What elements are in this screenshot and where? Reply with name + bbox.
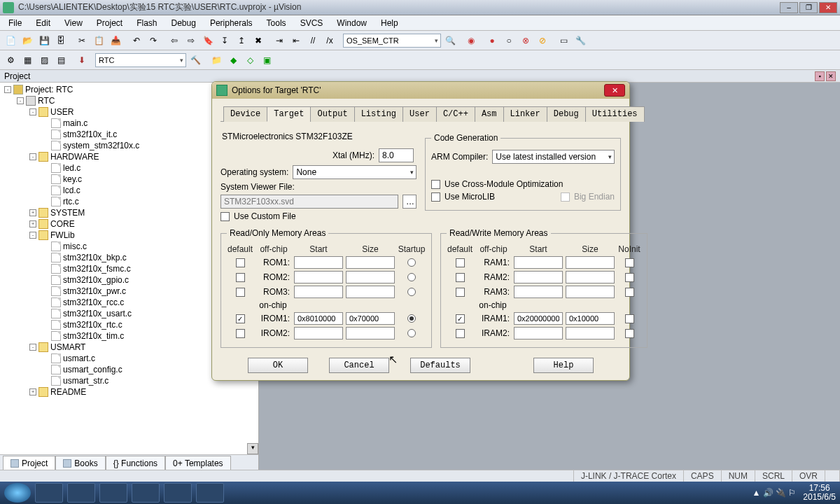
task-app1-icon[interactable]	[67, 483, 95, 503]
irom1-default-checkbox[interactable]: ✓	[236, 314, 245, 323]
target-options-icon[interactable]: 🔨	[188, 52, 203, 68]
rom1-default-checkbox[interactable]	[236, 258, 245, 267]
ram3-size-input[interactable]	[566, 286, 615, 298]
menu-file[interactable]: File	[3, 17, 27, 29]
system-tray[interactable]: ▲ 🔊 🔌 ⚐ 17:562015/6/5	[752, 484, 836, 502]
paste-icon[interactable]: 📥	[108, 33, 123, 48]
tab-debug[interactable]: Debug	[547, 106, 586, 122]
menu-flash[interactable]: Flash	[131, 17, 162, 29]
menu-peripherals[interactable]: Peripherals	[204, 17, 258, 29]
iram2-noinit-checkbox[interactable]	[625, 329, 634, 338]
task-explorer-icon[interactable]	[35, 483, 63, 503]
translate-icon[interactable]: ⚙	[3, 52, 18, 68]
tab-asm[interactable]: Asm	[475, 106, 504, 122]
menu-svcs[interactable]: SVCS	[295, 17, 329, 29]
scroll-down-icon[interactable]: ▾	[247, 443, 258, 454]
tab-templates[interactable]: 0+ Templates	[165, 456, 231, 470]
task-foxit-icon[interactable]	[132, 483, 160, 503]
cut-icon[interactable]: ✂	[74, 33, 90, 48]
ram2-start-input[interactable]	[514, 271, 563, 284]
ram1-default-checkbox[interactable]	[456, 258, 465, 267]
undo-icon[interactable]: ↶	[129, 33, 144, 48]
menu-debug[interactable]: Debug	[166, 17, 202, 29]
iram1-start-input[interactable]	[514, 312, 563, 325]
task-folder-icon[interactable]	[99, 483, 127, 503]
panel-pin-icon[interactable]: ▪	[815, 71, 825, 81]
rom3-size-input[interactable]	[346, 286, 395, 298]
tree-group[interactable]: +README	[29, 386, 257, 398]
build-icon[interactable]: ▦	[20, 52, 35, 68]
ram3-noinit-checkbox[interactable]	[625, 288, 634, 297]
menu-help[interactable]: Help	[375, 17, 404, 29]
download-icon[interactable]: ⬇	[74, 52, 90, 68]
minimize-button[interactable]: –	[780, 2, 798, 13]
redo-icon[interactable]: ↷	[146, 33, 161, 48]
uncomment-icon[interactable]: /x	[322, 33, 337, 48]
dialog-titlebar[interactable]: Options for Target 'RTC' ✕	[212, 82, 629, 99]
irom2-start-input[interactable]	[294, 327, 343, 340]
close-button[interactable]: ✕	[819, 2, 837, 13]
menu-tools[interactable]: Tools	[261, 17, 292, 29]
maximize-button[interactable]: ❐	[799, 2, 818, 13]
cancel-button[interactable]: Cancel	[329, 358, 389, 373]
iram2-default-checkbox[interactable]	[456, 329, 465, 338]
outdent-icon[interactable]: ⇤	[288, 33, 304, 48]
arm-compiler-select[interactable]: Use latest installed version	[492, 150, 615, 164]
rebuild-icon[interactable]: ▨	[36, 52, 52, 68]
ram3-start-input[interactable]	[514, 286, 563, 298]
comment-icon[interactable]: //	[305, 33, 321, 48]
bookmark-next-icon[interactable]: ↧	[217, 33, 232, 48]
custom-file-checkbox[interactable]	[220, 212, 230, 221]
nav-fwd-icon[interactable]: ⇨	[183, 33, 199, 48]
iram2-size-input[interactable]	[566, 327, 615, 340]
iram1-default-checkbox[interactable]: ✓	[456, 314, 465, 323]
tab-target[interactable]: Target	[267, 106, 311, 122]
rom3-startup-radio[interactable]	[407, 288, 416, 296]
tab-functions[interactable]: {} Functions	[106, 456, 165, 470]
find-combo[interactable]: OS_SEM_CTR	[343, 34, 441, 48]
os-select[interactable]: None	[293, 165, 416, 179]
open-icon[interactable]: 📂	[20, 33, 35, 48]
irom1-startup-radio[interactable]	[407, 314, 416, 323]
breakpoint-off-icon[interactable]: ⊘	[535, 33, 550, 48]
tab-linker[interactable]: Linker	[503, 106, 547, 122]
tab-utilities[interactable]: Utilities	[585, 106, 645, 122]
ram1-noinit-checkbox[interactable]	[625, 258, 634, 267]
bookmark-icon[interactable]: 🔖	[200, 33, 216, 48]
irom2-startup-radio[interactable]	[407, 329, 416, 337]
panel-close-icon[interactable]: ✕	[826, 71, 836, 81]
microlib-checkbox[interactable]	[431, 192, 440, 202]
task-ppt-icon[interactable]	[196, 483, 224, 503]
rom2-startup-radio[interactable]	[407, 273, 416, 281]
ram2-size-input[interactable]	[566, 271, 615, 284]
rom3-default-checkbox[interactable]	[236, 288, 245, 297]
saveall-icon[interactable]: 🗄	[53, 33, 69, 48]
irom2-size-input[interactable]	[346, 327, 395, 340]
cross-opt-checkbox[interactable]	[431, 180, 440, 189]
irom1-size-input[interactable]	[346, 312, 395, 325]
debug-start-icon[interactable]: ◉	[463, 33, 479, 48]
defaults-button[interactable]: Defaults	[410, 358, 470, 373]
select-pack-icon[interactable]: ◇	[242, 52, 258, 68]
nav-back-icon[interactable]: ⇦	[167, 33, 182, 48]
new-icon[interactable]: 📄	[3, 33, 18, 48]
copy-icon[interactable]: 📋	[91, 33, 106, 48]
dialog-close-button[interactable]: ✕	[604, 84, 625, 97]
ram1-start-input[interactable]	[514, 256, 563, 269]
manage-rte-icon[interactable]: ◆	[225, 52, 241, 68]
tab-listing[interactable]: Listing	[354, 106, 403, 122]
tab-device[interactable]: Device	[223, 106, 267, 122]
rom2-size-input[interactable]	[346, 271, 395, 284]
tab-user[interactable]: User	[402, 106, 437, 122]
pack-installer-icon[interactable]: ▣	[259, 52, 274, 68]
iram1-size-input[interactable]	[566, 312, 615, 325]
iram2-start-input[interactable]	[514, 327, 563, 340]
start-button[interactable]	[4, 483, 31, 503]
menu-view[interactable]: View	[59, 17, 88, 29]
configure-icon[interactable]: 🔧	[573, 33, 588, 48]
bookmark-prev-icon[interactable]: ↥	[234, 33, 249, 48]
tab-books[interactable]: Books	[55, 456, 105, 470]
rom1-start-input[interactable]	[294, 256, 343, 269]
target-select[interactable]: RTC	[95, 53, 186, 67]
ram3-default-checkbox[interactable]	[456, 288, 465, 297]
